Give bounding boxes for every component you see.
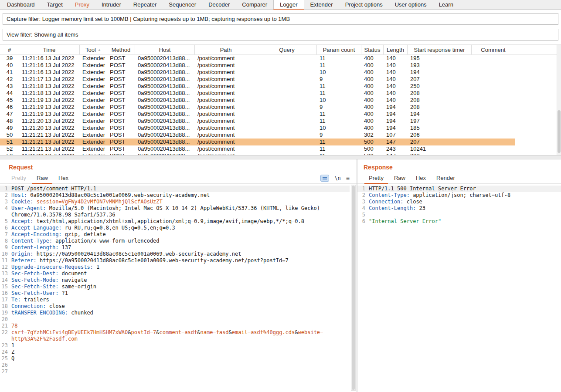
view-filter-text: View filter: Showing all items <box>7 31 78 38</box>
cell-comment <box>472 104 515 111</box>
editor-line: 5 <box>357 212 561 218</box>
response-editor[interactable]: 1HTTP/1.1 500 Internal Server Error2Cont… <box>357 184 561 392</box>
main-tab-project-options[interactable]: Project options <box>339 0 389 9</box>
cell-length: 243 <box>384 145 408 152</box>
column-header-length[interactable]: Length <box>384 45 408 54</box>
log-row-45[interactable]: 4511:21:19 13 Jul 2022ExtenderPOST0a9500… <box>0 97 515 104</box>
cell-length: 147 <box>384 139 408 145</box>
editor-tab-pretty-response[interactable]: Pretty <box>364 172 389 183</box>
main-tab-decoder[interactable]: Decoder <box>202 0 236 9</box>
log-row-42[interactable]: 4211:21:17 13 Jul 2022ExtenderPOST0a9500… <box>0 76 515 83</box>
editor-tab-hex-response[interactable]: Hex <box>411 172 431 183</box>
column-header-tool[interactable]: Tool▲ <box>80 45 107 54</box>
column-header-host[interactable]: Host <box>135 45 195 54</box>
text-segment: Content-Type: <box>11 238 52 244</box>
cell-comment <box>472 125 515 132</box>
text-segment: 78 <box>11 323 17 329</box>
cell-status: 500 <box>361 152 384 155</box>
main-tab-sequencer[interactable]: Sequencer <box>163 0 202 9</box>
cell-path: /post/comment <box>195 118 257 125</box>
editor-line: 3Cookie: session=VgFWy4D2vMfON7vMNMhjQlS… <box>0 199 350 205</box>
cell-start-response-timer: 197 <box>408 118 472 125</box>
column-header-comment[interactable]: Comment <box>472 45 515 54</box>
column-header-time[interactable]: Time <box>19 45 80 54</box>
table-scrollbar-thumb[interactable] <box>558 110 561 153</box>
column-header-method[interactable]: Method <box>107 45 135 54</box>
horizontal-splitter[interactable] <box>0 155 561 159</box>
request-scrollbar-thumb[interactable] <box>352 186 355 390</box>
newlines-icon[interactable]: \n <box>334 175 340 181</box>
column-header-x[interactable]: # <box>0 45 19 54</box>
log-row-46[interactable]: 4611:21:19 13 Jul 2022ExtenderPOST0a9500… <box>0 104 515 111</box>
column-header-status[interactable]: Status <box>361 45 384 54</box>
line-content: Origin: https://0a9500020413d88ac08c5c1e… <box>11 251 350 257</box>
cell-query <box>257 69 317 76</box>
main-tab-dashboard[interactable]: Dashboard <box>1 0 41 9</box>
cell-start-response-timer: 195 <box>408 55 472 62</box>
editor-tab-raw-response[interactable]: Raw <box>389 172 411 183</box>
line-content: Accept: text/html,application/xhtml+xml,… <box>11 218 350 225</box>
request-editor[interactable]: 1POST /post/comment HTTP/1.12Host: 0a950… <box>0 184 350 392</box>
column-header-query[interactable]: Query <box>257 45 317 54</box>
log-row-52[interactable]: 5211:21:21 13 Jul 2022ExtenderPOST0a9500… <box>0 145 515 152</box>
main-tab-learn[interactable]: Learn <box>433 0 459 9</box>
text-segment: Sec-Fetch-Site: <box>11 284 58 290</box>
cell-length: 140 <box>384 62 408 69</box>
log-row-53[interactable]: 5311:21:22 13 Jul 2022ExtenderPOST0a9500… <box>0 152 515 155</box>
text-segment: chunked <box>68 310 93 316</box>
main-tab-repeater[interactable]: Repeater <box>127 0 163 9</box>
table-scrollbar[interactable] <box>557 45 561 155</box>
request-scrollbar[interactable] <box>351 185 356 391</box>
cell-time: 11:21:21 13 Jul 2022 <box>19 139 80 145</box>
editor-line: 12Upgrade-Insecure-Requests: 1 <box>0 264 350 270</box>
log-row-51[interactable]: 5111:21:21 13 Jul 2022ExtenderPOST0a9500… <box>0 139 515 145</box>
editor-tab-hex-request[interactable]: Hex <box>53 172 74 183</box>
cell-host: 0a9500020413d88... <box>135 111 195 118</box>
cell-tool: Extender <box>80 97 107 104</box>
line-content: Cookie: session=VgFWy4D2vMfON7vMNMhjQlSc… <box>11 199 350 205</box>
wrap-toggle-icon[interactable] <box>320 175 329 182</box>
line-number: 17 <box>0 297 11 303</box>
editor-line: 5Accept: text/html,application/xhtml+xml… <box>0 218 350 225</box>
log-row-48[interactable]: 4811:21:20 13 Jul 2022ExtenderPOST0a9500… <box>0 118 515 125</box>
editor-tab-pretty-request[interactable]: Pretty <box>6 172 31 183</box>
view-filter-bar[interactable]: View filter: Showing all items <box>3 29 558 41</box>
column-header-path[interactable]: Path <box>195 45 257 54</box>
main-tab-logger[interactable]: Logger <box>273 0 304 10</box>
capture-filter-bar[interactable]: Capture filter: Logger memory limit set … <box>3 13 558 25</box>
log-row-47[interactable]: 4711:21:19 13 Jul 2022ExtenderPOST0a9500… <box>0 111 515 118</box>
log-row-43[interactable]: 4311:21:18 13 Jul 2022ExtenderPOST0a9500… <box>0 83 515 90</box>
cell-tool: Extender <box>80 145 107 152</box>
text-segment: Sec-Fetch-User: <box>11 290 58 296</box>
log-row-49[interactable]: 4911:21:20 13 Jul 2022ExtenderPOST0a9500… <box>0 125 515 132</box>
log-row-50[interactable]: 5011:21:21 13 Jul 2022ExtenderPOST0a9500… <box>0 132 515 139</box>
request-editor-icons: \n ≡ <box>320 172 350 183</box>
log-row-40[interactable]: 4011:21:16 13 Jul 2022ExtenderPOST0a9500… <box>0 62 515 69</box>
column-label: Path <box>220 47 232 53</box>
log-row-39[interactable]: 3911:21:16 13 Jul 2022ExtenderPOST0a9500… <box>0 55 515 62</box>
main-tabbar: DashboardTargetProxyIntruderRepeaterSequ… <box>0 0 561 10</box>
sort-ascending-icon: ▲ <box>98 48 101 52</box>
cell-method: POST <box>107 55 135 62</box>
main-tab-proxy[interactable]: Proxy <box>69 0 95 9</box>
main-tab-target[interactable]: Target <box>41 0 69 9</box>
cell-time: 11:21:19 13 Jul 2022 <box>19 111 80 118</box>
main-tab-user-options[interactable]: User options <box>389 0 433 9</box>
text-segment: ru-RU,ru;q=0.8,en-US;q=0.5,en;q=0.3 <box>62 225 175 231</box>
log-row-41[interactable]: 4111:21:16 13 Jul 2022ExtenderPOST0a9500… <box>0 69 515 76</box>
line-number: 15 <box>0 284 11 290</box>
column-label: Method <box>112 47 130 53</box>
main-tab-comparer[interactable]: Comparer <box>236 0 273 9</box>
column-header-param-count[interactable]: Param count <box>317 45 361 54</box>
column-header-start-response-timer[interactable]: Start response timer <box>408 45 472 54</box>
editor-line: 11Referer: https://0a9500020413d88ac08c5… <box>0 257 350 264</box>
editor-menu-icon[interactable]: ≡ <box>346 175 350 182</box>
main-tab-extender[interactable]: Extender <box>304 0 339 9</box>
editor-tab-render-response[interactable]: Render <box>431 172 460 183</box>
editor-tab-raw-request[interactable]: Raw <box>31 172 53 183</box>
cell-status: 400 <box>361 55 384 62</box>
main-tab-intruder[interactable]: Intruder <box>95 0 127 9</box>
log-row-44[interactable]: 4411:21:18 13 Jul 2022ExtenderPOST0a9500… <box>0 90 515 97</box>
line-content: Sec-Fetch-User: ?1 <box>11 290 350 297</box>
line-content: Referer: https://0a9500020413d88ac08c5c1… <box>11 257 350 264</box>
